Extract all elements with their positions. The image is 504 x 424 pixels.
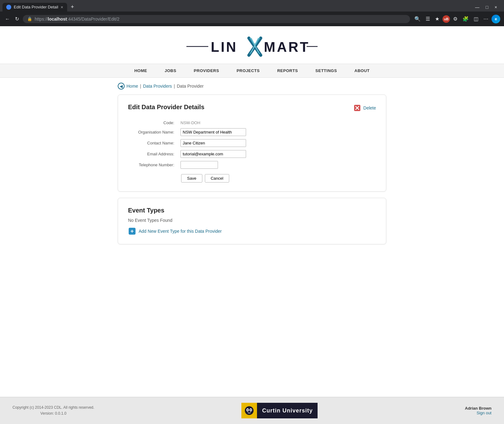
maximize-button[interactable]: □ [484, 4, 490, 10]
copyright-line2: Version: 0.0.1.0 [12, 411, 94, 417]
nav-item-home[interactable]: HOME [126, 64, 156, 77]
svg-text:LIN: LIN [211, 39, 238, 55]
svg-text:+: + [131, 228, 134, 234]
address-bar-wrapper[interactable]: 🔒 https://localhost:44345/DataProvider/E… [23, 15, 410, 23]
nav-item-projects[interactable]: PROJECTS [228, 64, 269, 77]
add-event-type-link[interactable]: + Add New Event Type for this Data Provi… [128, 227, 376, 235]
form-row-org-name: Organisation Name: [128, 127, 376, 138]
site-footer: Copyright (c) 2014-2023 CDL. All rights … [0, 397, 504, 424]
code-label: Code: [128, 119, 178, 127]
footer-copyright: Copyright (c) 2014-2023 CDL. All rights … [12, 405, 94, 417]
site-logo: LIN MART [186, 36, 318, 57]
svg-point-19 [250, 409, 251, 411]
minimize-button[interactable]: — [473, 4, 481, 10]
nav-list: HOME JOBS PROVIDERS PROJECTS REPORTS SET… [126, 64, 378, 77]
nav-item-about[interactable]: ABOUT [346, 64, 378, 77]
form-row-contact-name: Contact Name: [128, 138, 376, 149]
url-port-path: :44345/DataProvider/Edit/2 [67, 17, 120, 22]
form-row-code: Code: NSW-DOH [128, 119, 376, 127]
svg-point-18 [247, 409, 248, 411]
window-controls: — □ × [471, 3, 502, 12]
delete-icon [353, 104, 362, 112]
tab-title: Edit Data Provider Detail [14, 5, 58, 9]
contact-name-input[interactable] [180, 139, 246, 147]
phone-input[interactable] [180, 161, 218, 169]
breadcrumb-data-providers-link[interactable]: Data Providers [143, 84, 172, 89]
logo-wrapper: LIN MART [186, 32, 318, 61]
search-icon-btn[interactable]: 🔍 [413, 14, 422, 24]
save-button[interactable]: Save [181, 174, 202, 183]
url-domain: localhost [48, 17, 67, 22]
footer-logo: Curtin University [241, 403, 318, 418]
nav-item-jobs[interactable]: JOBS [156, 64, 185, 77]
add-event-label: Add New Event Type for this Data Provide… [139, 229, 222, 234]
content-area: ◀ Home | Data Providers | Data Provider … [111, 78, 393, 397]
contact-name-label: Contact Name: [128, 138, 178, 149]
phone-label: Telephone Number: [128, 159, 178, 170]
edge-icon[interactable]: e [492, 15, 500, 23]
breadcrumb-home-link[interactable]: Home [126, 84, 138, 89]
site-header: LIN MART [0, 26, 504, 64]
sign-out-link[interactable]: Sign out [465, 411, 492, 415]
breadcrumb-current: Data Provider [177, 84, 204, 89]
footer-logo-text: Curtin University [257, 403, 318, 418]
extensions-btn[interactable]: 🧩 [461, 14, 471, 24]
code-value: NSW-DOH [180, 120, 200, 125]
add-event-icon: + [128, 227, 136, 235]
cancel-button[interactable]: Cancel [205, 174, 229, 183]
page-wrapper: LIN MART [0, 26, 504, 424]
url-protocol: https:// [35, 17, 48, 22]
nav-link-reports[interactable]: REPORTS [269, 64, 307, 77]
form-buttons: Save Cancel [128, 174, 376, 183]
nav-link-settings[interactable]: SETTINGS [307, 64, 346, 77]
nav-link-providers[interactable]: PROVIDERS [185, 64, 228, 77]
browser-toolbar-icons: 🔍 ☰ ★ uB ⚙ 🧩 ◫ ⋯ e [413, 14, 500, 24]
browser-active-tab[interactable]: Edit Data Provider Detail × [2, 3, 67, 12]
new-tab-button[interactable]: + [68, 2, 77, 12]
nav-link-about[interactable]: ABOUT [346, 64, 378, 77]
reader-mode-btn[interactable]: ☰ [424, 14, 432, 24]
reload-button[interactable]: ↻ [14, 15, 20, 23]
footer-user-name: Adrian Brown [465, 406, 492, 411]
svg-text:MART: MART [264, 39, 310, 55]
main-nav: HOME JOBS PROVIDERS PROJECTS REPORTS SET… [0, 64, 504, 78]
tab-close-button[interactable]: × [61, 5, 63, 10]
org-name-label: Organisation Name: [128, 127, 178, 138]
email-input[interactable] [180, 150, 246, 158]
ublock-icon[interactable]: uB [442, 15, 450, 23]
nav-item-reports[interactable]: REPORTS [269, 64, 307, 77]
edit-form-table: Code: NSW-DOH Organisation Name: Contact… [128, 119, 376, 170]
close-button[interactable]: × [493, 4, 499, 10]
nav-link-projects[interactable]: PROJECTS [228, 64, 269, 77]
form-row-phone: Telephone Number: [128, 159, 376, 170]
edge-label: e [495, 17, 497, 21]
nav-item-providers[interactable]: PROVIDERS [185, 64, 228, 77]
ublock-label: uB [444, 17, 449, 21]
breadcrumb-back-button[interactable]: ◀ [118, 83, 125, 90]
breadcrumb-separator-1: | [140, 84, 141, 89]
edit-card-title: Edit Data Provider Details [128, 104, 205, 111]
curtin-logo-icon [244, 405, 255, 416]
more-btn[interactable]: ⋯ [482, 14, 490, 24]
favorites-btn[interactable]: ★ [433, 14, 441, 24]
back-button[interactable]: ← [4, 15, 11, 23]
delete-label: Delete [363, 105, 376, 110]
footer-logo-box [241, 403, 257, 418]
breadcrumb-separator-2: | [174, 84, 175, 89]
edit-provider-card: Edit Data Provider Details Delete Code: … [118, 95, 386, 192]
lock-icon: 🔒 [27, 17, 32, 21]
nav-link-jobs[interactable]: JOBS [156, 64, 185, 77]
settings-btn[interactable]: ⚙ [451, 14, 459, 24]
browser-tab-bar: Edit Data Provider Detail × + — □ × [0, 0, 504, 12]
breadcrumb: ◀ Home | Data Providers | Data Provider [118, 83, 386, 90]
edit-card-header: Edit Data Provider Details Delete [128, 104, 376, 112]
form-row-email: Email Address: [128, 149, 376, 159]
url-display: https://localhost:44345/DataProvider/Edi… [35, 17, 120, 22]
split-view-btn[interactable]: ◫ [472, 14, 480, 24]
delete-button[interactable]: Delete [353, 104, 376, 112]
email-label: Email Address: [128, 149, 178, 159]
nav-link-home[interactable]: HOME [126, 64, 156, 77]
nav-item-settings[interactable]: SETTINGS [307, 64, 346, 77]
org-name-input[interactable] [180, 128, 246, 136]
event-types-card: Event Types No Event Types Found + Add N… [118, 198, 386, 244]
